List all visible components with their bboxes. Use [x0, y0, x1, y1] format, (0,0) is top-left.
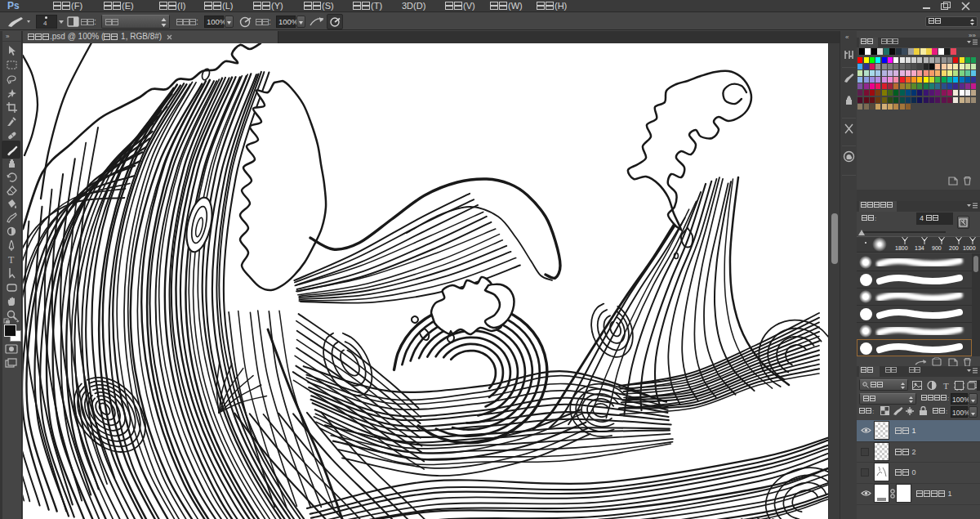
svg-text:T: T — [8, 254, 15, 266]
svg-text:T: T — [943, 381, 949, 391]
